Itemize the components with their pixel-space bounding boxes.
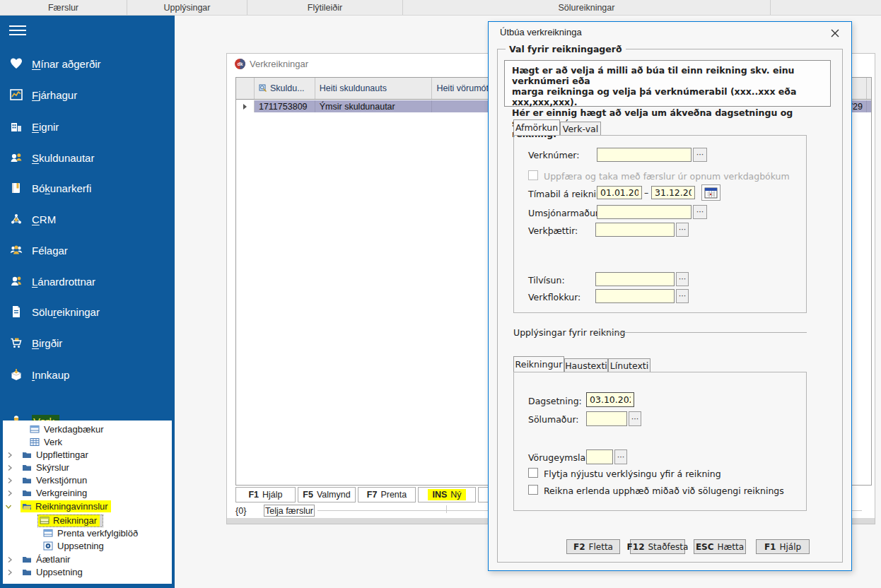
column-header-debtor-name[interactable]: Heiti skuldunauts [315, 78, 433, 99]
svg-text:dk: dk [238, 61, 243, 66]
menu-tab-upplysingar[interactable]: Upplýsingar [127, 0, 247, 15]
sidebar-item-innkaup[interactable]: Innkaup [0, 366, 175, 383]
confirm-button[interactable]: F12Staðfesta [630, 539, 685, 554]
hamburger-menu-icon[interactable] [9, 25, 26, 37]
sidebar-item-felagar[interactable]: Félagar [0, 242, 175, 259]
tree-item-verkstjornun[interactable]: Verkstjórnun [6, 474, 172, 486]
folder-icon [22, 555, 32, 564]
umsjonarmadur-input[interactable] [597, 205, 692, 219]
tree-item-verkdagbaekur[interactable]: Verkdagbækur [30, 423, 172, 435]
groupbox-title: Val fyrir reikningagerð [506, 44, 626, 54]
sidebar-item-solureikningar[interactable]: Sölureikningar [0, 303, 175, 320]
status-cell-count-records[interactable]: Telja færslur [264, 505, 315, 517]
tree-item-skyrslur[interactable]: Skýrslur [6, 461, 172, 474]
period-from-input[interactable] [597, 186, 642, 199]
period-to-input[interactable] [651, 186, 695, 199]
search-icon [259, 84, 267, 93]
vorugeymsla-browse-button[interactable]: ··· [614, 449, 627, 464]
tree-item-reikningavinnslur[interactable]: Reikningavinnslur [5, 500, 171, 512]
tree-item-uppsetning[interactable]: Uppsetning [6, 566, 172, 578]
verkthaettir-input[interactable] [595, 223, 675, 237]
sidebar-item-minar-adgerdir[interactable]: Mínar aðgerðir [0, 55, 175, 72]
tab-reikningur[interactable]: Reikningur [513, 356, 564, 372]
sidebar-item-label: Innkaup [32, 369, 69, 381]
tilvisun-label: Tilvísun: [528, 275, 565, 286]
utbua-verkreikninga-dialog: Útbúa verkreikninga Val fyrir reikningag… [488, 21, 852, 571]
tilvisun-browse-button[interactable]: ··· [676, 272, 689, 286]
menu-tab-solureikningar[interactable]: Sölureikningar [403, 0, 771, 15]
calendar-button[interactable] [701, 184, 720, 201]
menu-tab-empty [771, 0, 881, 15]
sidebar-item-lanardrottnar[interactable]: Lánardrottnar [0, 273, 175, 290]
sidebar-item-fjarhagur[interactable]: Fjárhagur [0, 86, 175, 103]
close-icon[interactable] [830, 28, 841, 39]
navigation-tree: Verkdagbækur Verk Uppflettingar Skýrslur… [3, 421, 172, 584]
sidebar-item-eignir[interactable]: Eignir [0, 118, 175, 135]
tree-item-verk[interactable]: Verk [30, 436, 172, 448]
verkthaettir-label: Verkþættir: [528, 225, 578, 236]
solumadur-label: Sölumaður: [528, 414, 579, 425]
chevron-right-icon [6, 463, 16, 472]
dagsetning-input[interactable] [586, 392, 634, 407]
sidebar-item-label: Eignir [32, 121, 59, 133]
print-button[interactable]: F7Prenta [358, 487, 416, 502]
tree-item-reikningar[interactable]: Reikningar [38, 514, 172, 527]
tilvisun-input[interactable] [595, 272, 675, 286]
verkflokkur-label: Verkflokkur: [528, 292, 580, 302]
sidebar-item-label: Mínar aðgerðir [32, 58, 101, 70]
update-journals-checkbox[interactable] [528, 170, 538, 180]
vorugeymsla-input[interactable] [586, 449, 613, 464]
tree-item-uppsetning-reikninga[interactable]: Uppsetning [43, 540, 172, 552]
new-button[interactable]: INSNý [418, 487, 476, 502]
verkflokkur-input[interactable] [595, 289, 675, 303]
verkthaettir-browse-button[interactable]: ··· [676, 223, 689, 237]
tree-item-prenta-verkfylgiblod[interactable]: Prenta verkfylgiblöð [43, 527, 172, 539]
foreign-amount-checkbox[interactable] [528, 485, 538, 495]
dialog-help-button[interactable]: F1Hjálp [756, 539, 810, 554]
folder-icon [22, 450, 32, 459]
menu-tab-faerslur[interactable]: Færslur [0, 0, 127, 15]
row-marker-icon [243, 104, 247, 110]
verknumer-input[interactable] [597, 148, 692, 162]
period-separator: – [644, 187, 648, 198]
verknumer-browse-button[interactable]: ··· [693, 148, 707, 162]
menu-tab-flytileidir[interactable]: Flýtileiðir [247, 0, 403, 15]
chevron-down-icon [5, 502, 15, 511]
cell-extra [867, 100, 871, 112]
solumadur-browse-button[interactable]: ··· [629, 411, 641, 426]
tree-item-aaetlanir[interactable]: Áætlanir [6, 553, 172, 565]
tab-haustexti[interactable]: Haustexti [564, 358, 608, 372]
info-line: Hægt er að velja á milli að búa til einn… [512, 65, 823, 86]
invoice-icon [9, 305, 23, 319]
tab-afmorkun[interactable]: Afmörkun [513, 119, 560, 135]
browse-records-button[interactable]: F2Fletta [566, 539, 620, 554]
transfer-description-checkbox[interactable] [528, 468, 538, 478]
tree-item-uppflettingar[interactable]: Uppflettingar [6, 449, 172, 461]
box-icon [9, 368, 23, 382]
umsjonarmadur-browse-button[interactable]: ··· [693, 205, 707, 219]
calendar-icon [704, 187, 718, 199]
folder-icon [22, 476, 32, 485]
cart-icon [9, 336, 23, 350]
verkflokkur-browse-button[interactable]: ··· [676, 289, 689, 303]
section-divider-line [603, 332, 807, 333]
sidebar-item-birgdir[interactable]: Birgðir [0, 334, 175, 351]
tab-verk-val[interactable]: Verk-val [560, 122, 601, 135]
umsjonarmadur-label: Umsjónarmaður: [528, 208, 602, 218]
column-header-debtor[interactable]: Skuldu... [255, 78, 315, 99]
status-count: {0} [235, 506, 246, 516]
info-line: marga reikninga og velja þá verknúmerabi… [512, 86, 823, 107]
chevron-right-icon [6, 476, 16, 485]
solumadur-input[interactable] [586, 411, 627, 426]
update-journals-label: Uppfæra og taka með færslur úr opnum ver… [544, 171, 790, 182]
window-title: Verkreikningar [250, 59, 308, 69]
sidebar-item-bokunarkerfi[interactable]: Bókunarkerfi [0, 180, 175, 196]
sidebar-item-crm[interactable]: CRM [0, 211, 175, 228]
menu-button[interactable]: F5Valmynd [298, 487, 356, 502]
help-button[interactable]: F1Hjálp [235, 487, 296, 502]
cancel-button[interactable]: ESCHætta [694, 539, 746, 554]
tab-linutexti[interactable]: Línutexti [608, 358, 650, 372]
sidebar-item-skuldunautar[interactable]: Skuldunautar [0, 149, 175, 166]
folder-open-icon [22, 502, 32, 511]
tree-item-verkgreining[interactable]: Verkgreining [6, 487, 172, 499]
